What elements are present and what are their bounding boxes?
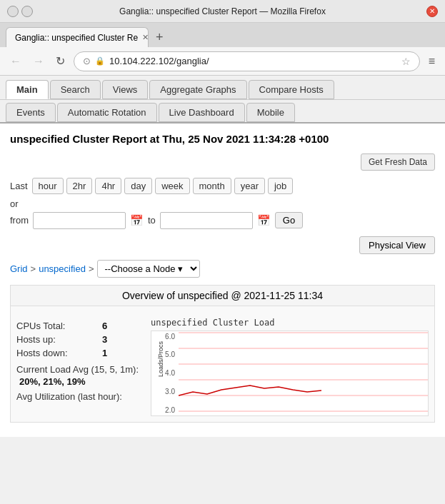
breadcrumb-cluster-link[interactable]: unspecified [39, 263, 86, 274]
shield-icon: ⊙ [83, 56, 91, 66]
to-label: to [148, 215, 156, 226]
page-content: Main Search Views Aggregate Graphs Compa… [0, 76, 445, 437]
hosts-down-value: 1 [102, 348, 107, 358]
breadcrumb-sep-1: > [31, 263, 36, 274]
y-label-6: 6.0 [151, 333, 175, 341]
chart-title: unspecified Cluster Load [151, 318, 429, 328]
avg-util-label: Avg Utilization (last hour): [16, 391, 145, 402]
time-2hr-button[interactable]: 2hr [66, 178, 93, 194]
hosts-down-label: Hosts down: [16, 348, 102, 358]
tab-title: Ganglia:: unspecified Cluster Re [15, 33, 138, 43]
url-display: 10.104.222.102/ganglia/ [109, 56, 397, 66]
load-avg-label: Current Load Avg (15, 5, 1m): [16, 364, 145, 375]
cpus-total-value: 6 [102, 321, 107, 331]
maximize-button[interactable] [21, 6, 33, 17]
or-label: or [10, 198, 435, 209]
from-calendar-icon[interactable]: 📅 [130, 214, 144, 227]
lock-icon: 🔒 [95, 56, 105, 66]
address-bar: ← → ↻ ⊙ 🔒 10.104.222.102/ganglia/ ☆ ≡ [0, 47, 445, 76]
time-year-button[interactable]: year [234, 178, 265, 194]
chart-area: 6.0 5.0 4.0 3.0 2.0 [151, 331, 429, 416]
y-label-2: 2.0 [151, 406, 175, 414]
last-label: Last [10, 181, 28, 191]
go-button[interactable]: Go [275, 212, 303, 228]
browser-tab-bar: Ganglia:: unspecified Cluster Re ✕ + [0, 23, 445, 47]
load-avg-value: 20%, 21%, 19% [16, 376, 145, 387]
breadcrumb-grid-link[interactable]: Grid [10, 263, 28, 274]
tab-aggregate-graphs[interactable]: Aggregate Graphs [149, 80, 246, 99]
time-month-button[interactable]: month [193, 178, 231, 194]
y-axis-label: Loads/Procs [157, 341, 164, 376]
overview-content: CPUs Total: 6 Hosts up: 3 Hosts down: 1 … [11, 312, 434, 422]
chart-y-axis: 6.0 5.0 4.0 3.0 2.0 [151, 331, 177, 415]
main-area: unspecified Cluster Report at Thu, 25 No… [0, 124, 445, 437]
forward-button[interactable]: → [30, 54, 47, 69]
y-label-3: 3.0 [151, 388, 175, 395]
fresh-data-row: Get Fresh Data [10, 153, 435, 171]
minimize-button[interactable] [7, 6, 19, 17]
report-title: unspecified Cluster Report at Thu, 25 No… [10, 132, 435, 146]
chart-svg [179, 331, 428, 415]
back-button[interactable]: ← [7, 54, 24, 69]
window-title: Ganglia:: unspecified Cluster Report — M… [50, 6, 395, 16]
tab-search[interactable]: Search [50, 80, 101, 99]
from-label: from [10, 215, 29, 226]
to-calendar-icon[interactable]: 📅 [257, 214, 271, 227]
nav-row-2: Events Automatic Rotation Live Dashboard… [0, 100, 445, 124]
hosts-up-row: Hosts up: 3 [16, 334, 145, 345]
title-bar: Ganglia:: unspecified Cluster Report — M… [0, 0, 445, 23]
date-range-row: from 📅 to 📅 Go [10, 212, 435, 229]
from-date-input[interactable] [33, 212, 126, 229]
tab-mobile[interactable]: Mobile [246, 103, 295, 122]
overview-title: Overview of unspecified @ 2021-11-25 11:… [11, 286, 434, 306]
get-fresh-data-button[interactable]: Get Fresh Data [361, 153, 435, 171]
nav-row-1: Main Search Views Aggregate Graphs Compa… [0, 76, 445, 100]
close-button[interactable]: ✕ [426, 6, 438, 17]
bookmark-icon[interactable]: ☆ [401, 56, 411, 67]
breadcrumb-sep-2: > [89, 263, 94, 274]
time-range-row: Last hour 2hr 4hr day week month year jo… [10, 178, 435, 194]
tab-live-dashboard[interactable]: Live Dashboard [159, 103, 245, 122]
chart-column: unspecified Cluster Load 6.0 5.0 4.0 3.0… [145, 318, 429, 416]
cpus-total-label: CPUs Total: [16, 321, 102, 331]
hosts-up-label: Hosts up: [16, 334, 102, 345]
tab-close-icon[interactable]: ✕ [142, 33, 149, 42]
tab-automatic-rotation[interactable]: Automatic Rotation [57, 103, 157, 122]
overview-wrapper: Overview of unspecified @ 2021-11-25 11:… [10, 285, 435, 423]
time-job-button[interactable]: job [268, 178, 293, 194]
address-input-wrap[interactable]: ⊙ 🔒 10.104.222.102/ganglia/ ☆ [74, 51, 420, 71]
active-tab[interactable]: Ganglia:: unspecified Cluster Re ✕ [6, 27, 149, 47]
time-day-button[interactable]: day [124, 178, 152, 194]
hosts-down-row: Hosts down: 1 [16, 348, 145, 358]
tab-compare-hosts[interactable]: Compare Hosts [249, 80, 334, 99]
browser-menu-icon[interactable]: ≡ [426, 54, 438, 69]
time-hour-button[interactable]: hour [32, 178, 64, 194]
hosts-up-value: 3 [102, 334, 107, 345]
breadcrumb: Grid > unspecified > --Choose a Node ▾ [10, 260, 435, 278]
avg-util-section: Avg Utilization (last hour): [16, 391, 145, 402]
node-select[interactable]: --Choose a Node ▾ [97, 260, 200, 278]
load-avg-section: Current Load Avg (15, 5, 1m): 20%, 21%, … [16, 364, 145, 387]
stats-column: CPUs Total: 6 Hosts up: 3 Hosts down: 1 … [16, 318, 145, 416]
tab-main[interactable]: Main [6, 80, 49, 99]
time-week-button[interactable]: week [155, 178, 189, 194]
cpus-total-row: CPUs Total: 6 [16, 321, 145, 331]
chart-plot-area: Loads/Procs [179, 331, 428, 415]
tab-views[interactable]: Views [102, 80, 148, 99]
to-date-input[interactable] [160, 212, 253, 229]
time-4hr-button[interactable]: 4hr [95, 178, 121, 194]
physical-view-button[interactable]: Physical View [359, 236, 435, 254]
reload-button[interactable]: ↻ [53, 53, 68, 69]
tab-events[interactable]: Events [6, 103, 56, 122]
new-tab-button[interactable]: + [150, 27, 169, 47]
